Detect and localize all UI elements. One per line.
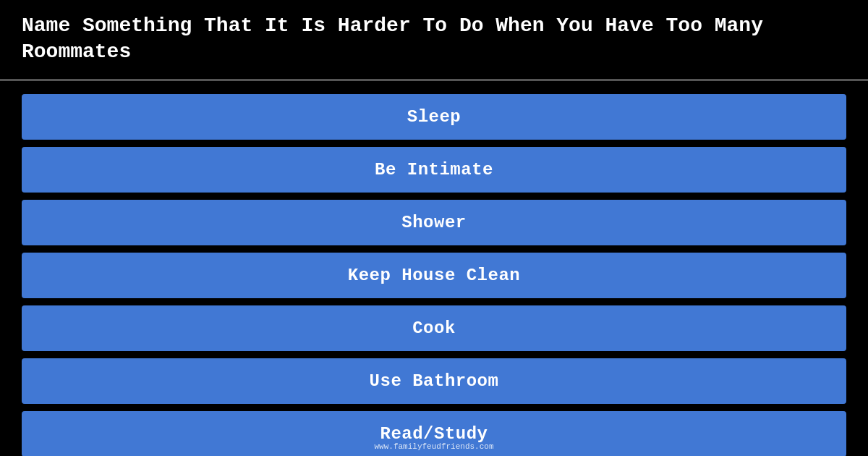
header: Name Something That It Is Harder To Do W… [0,0,868,81]
answer-label-1: Sleep [407,107,461,127]
answer-bar-3[interactable]: Shower [22,200,846,245]
answers-container: SleepBe IntimateShowerKeep House CleanCo… [0,81,868,456]
answer-bar-4[interactable]: Keep House Clean [22,253,846,298]
watermark: www.familyfeudfriends.com [374,442,493,451]
answer-label-7: Read/Study [380,424,488,444]
answer-label-3: Shower [401,213,466,232]
answer-bar-7[interactable]: Read/Studywww.familyfeudfriends.com [22,411,846,456]
answer-label-5: Cook [412,318,456,338]
answer-label-2: Be Intimate [375,160,493,180]
answer-label-6: Use Bathroom [370,371,499,391]
answer-bar-6[interactable]: Use Bathroom [22,358,846,404]
question-title: Name Something That It Is Harder To Do W… [22,13,846,66]
answer-bar-1[interactable]: Sleep [22,94,846,140]
answer-bar-2[interactable]: Be Intimate [22,147,846,193]
answer-label-4: Keep House Clean [348,266,520,285]
answer-bar-5[interactable]: Cook [22,305,846,351]
